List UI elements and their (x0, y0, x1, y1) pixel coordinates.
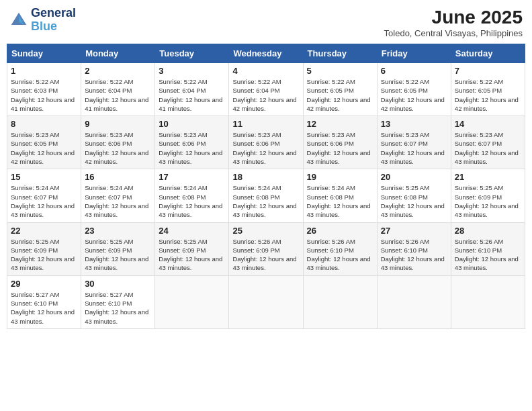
calendar-cell: 17 Sunrise: 5:24 AM Sunset: 6:08 PM Dayl… (155, 169, 229, 222)
day-info: Sunrise: 5:22 AM Sunset: 6:04 PM Dayligh… (159, 77, 225, 113)
calendar-week-row: 8 Sunrise: 5:23 AM Sunset: 6:05 PM Dayli… (7, 116, 525, 169)
day-info: Sunrise: 5:22 AM Sunset: 6:04 PM Dayligh… (85, 77, 151, 113)
day-info: Sunrise: 5:24 AM Sunset: 6:08 PM Dayligh… (159, 183, 225, 219)
day-number: 20 (381, 172, 447, 182)
day-info: Sunrise: 5:23 AM Sunset: 6:06 PM Dayligh… (85, 130, 151, 166)
calendar-cell (451, 275, 525, 328)
calendar-cell: 23 Sunrise: 5:25 AM Sunset: 6:09 PM Dayl… (81, 222, 155, 275)
day-info: Sunrise: 5:25 AM Sunset: 6:09 PM Dayligh… (11, 237, 77, 273)
day-info: Sunrise: 5:24 AM Sunset: 6:07 PM Dayligh… (11, 183, 77, 219)
day-number: 27 (381, 226, 447, 236)
day-number: 25 (232, 226, 299, 236)
month-title: June 2025 (384, 7, 523, 28)
calendar-cell: 13 Sunrise: 5:23 AM Sunset: 6:07 PM Dayl… (377, 116, 451, 169)
day-info: Sunrise: 5:22 AM Sunset: 6:04 PM Dayligh… (232, 77, 299, 113)
day-info: Sunrise: 5:27 AM Sunset: 6:10 PM Dayligh… (11, 290, 77, 326)
calendar-week-row: 15 Sunrise: 5:24 AM Sunset: 6:07 PM Dayl… (7, 169, 525, 222)
day-number: 2 (85, 66, 151, 76)
calendar-cell: 6 Sunrise: 5:22 AM Sunset: 6:05 PM Dayli… (377, 63, 451, 116)
calendar-cell: 30 Sunrise: 5:27 AM Sunset: 6:10 PM Dayl… (81, 275, 155, 328)
day-info: Sunrise: 5:25 AM Sunset: 6:08 PM Dayligh… (381, 183, 447, 219)
calendar-cell (377, 275, 451, 328)
col-thursday: Thursday (303, 44, 377, 63)
day-info: Sunrise: 5:27 AM Sunset: 6:10 PM Dayligh… (85, 290, 151, 326)
calendar-cell: 24 Sunrise: 5:25 AM Sunset: 6:09 PM Dayl… (155, 222, 229, 275)
calendar-cell: 29 Sunrise: 5:27 AM Sunset: 6:10 PM Dayl… (7, 275, 81, 328)
day-info: Sunrise: 5:23 AM Sunset: 6:06 PM Dayligh… (232, 130, 299, 166)
col-saturday: Saturday (451, 44, 525, 63)
day-number: 1 (11, 66, 77, 76)
page-header: General Blue June 2025 Toledo, Central V… (7, 7, 525, 38)
calendar-cell: 5 Sunrise: 5:22 AM Sunset: 6:05 PM Dayli… (303, 63, 377, 116)
day-number: 6 (381, 66, 447, 76)
day-info: Sunrise: 5:22 AM Sunset: 6:05 PM Dayligh… (381, 77, 447, 113)
day-number: 11 (232, 119, 299, 129)
day-number: 9 (85, 119, 151, 129)
day-number: 12 (307, 119, 373, 129)
day-info: Sunrise: 5:24 AM Sunset: 6:07 PM Dayligh… (85, 183, 151, 219)
calendar-cell (229, 275, 303, 328)
day-number: 13 (381, 119, 447, 129)
calendar-cell: 22 Sunrise: 5:25 AM Sunset: 6:09 PM Dayl… (7, 222, 81, 275)
calendar-cell (155, 275, 229, 328)
calendar-cell: 14 Sunrise: 5:23 AM Sunset: 6:07 PM Dayl… (451, 116, 525, 169)
calendar-cell: 1 Sunrise: 5:22 AM Sunset: 6:03 PM Dayli… (7, 63, 81, 116)
day-number: 5 (307, 66, 373, 76)
calendar-week-row: 29 Sunrise: 5:27 AM Sunset: 6:10 PM Dayl… (7, 275, 525, 328)
logo-text: General Blue (31, 7, 76, 34)
calendar-cell: 11 Sunrise: 5:23 AM Sunset: 6:06 PM Dayl… (229, 116, 303, 169)
calendar-cell: 20 Sunrise: 5:25 AM Sunset: 6:08 PM Dayl… (377, 169, 451, 222)
col-friday: Friday (377, 44, 451, 63)
logo: General Blue (9, 7, 76, 34)
day-number: 26 (307, 226, 373, 236)
calendar-table: Sunday Monday Tuesday Wednesday Thursday… (7, 44, 525, 329)
day-info: Sunrise: 5:23 AM Sunset: 6:07 PM Dayligh… (455, 130, 521, 166)
col-tuesday: Tuesday (155, 44, 229, 63)
logo-icon (9, 11, 28, 30)
calendar-cell: 9 Sunrise: 5:23 AM Sunset: 6:06 PM Dayli… (81, 116, 155, 169)
day-number: 8 (11, 119, 77, 129)
day-info: Sunrise: 5:24 AM Sunset: 6:08 PM Dayligh… (307, 183, 373, 219)
calendar-cell: 4 Sunrise: 5:22 AM Sunset: 6:04 PM Dayli… (229, 63, 303, 116)
day-info: Sunrise: 5:23 AM Sunset: 6:07 PM Dayligh… (381, 130, 447, 166)
day-info: Sunrise: 5:26 AM Sunset: 6:10 PM Dayligh… (307, 237, 373, 273)
day-number: 24 (159, 226, 225, 236)
day-info: Sunrise: 5:25 AM Sunset: 6:09 PM Dayligh… (159, 237, 225, 273)
calendar-cell: 15 Sunrise: 5:24 AM Sunset: 6:07 PM Dayl… (7, 169, 81, 222)
title-section: June 2025 Toledo, Central Visayas, Phili… (384, 7, 523, 38)
calendar-cell: 16 Sunrise: 5:24 AM Sunset: 6:07 PM Dayl… (81, 169, 155, 222)
day-number: 17 (159, 172, 225, 182)
day-number: 3 (159, 66, 225, 76)
col-sunday: Sunday (7, 44, 81, 63)
day-info: Sunrise: 5:25 AM Sunset: 6:09 PM Dayligh… (455, 183, 521, 219)
calendar-cell: 28 Sunrise: 5:26 AM Sunset: 6:10 PM Dayl… (451, 222, 525, 275)
day-number: 4 (232, 66, 299, 76)
calendar-header-row: Sunday Monday Tuesday Wednesday Thursday… (7, 44, 525, 63)
calendar-cell: 12 Sunrise: 5:23 AM Sunset: 6:06 PM Dayl… (303, 116, 377, 169)
calendar-cell: 3 Sunrise: 5:22 AM Sunset: 6:04 PM Dayli… (155, 63, 229, 116)
calendar-week-row: 1 Sunrise: 5:22 AM Sunset: 6:03 PM Dayli… (7, 63, 525, 116)
day-number: 14 (455, 119, 521, 129)
day-number: 7 (455, 66, 521, 76)
day-number: 15 (11, 172, 77, 182)
day-info: Sunrise: 5:22 AM Sunset: 6:05 PM Dayligh… (455, 77, 521, 113)
calendar-cell: 10 Sunrise: 5:23 AM Sunset: 6:06 PM Dayl… (155, 116, 229, 169)
day-info: Sunrise: 5:23 AM Sunset: 6:06 PM Dayligh… (159, 130, 225, 166)
day-info: Sunrise: 5:26 AM Sunset: 6:10 PM Dayligh… (381, 237, 447, 273)
calendar-week-row: 22 Sunrise: 5:25 AM Sunset: 6:09 PM Dayl… (7, 222, 525, 275)
day-number: 29 (11, 279, 77, 289)
col-monday: Monday (81, 44, 155, 63)
calendar-cell: 25 Sunrise: 5:26 AM Sunset: 6:09 PM Dayl… (229, 222, 303, 275)
day-info: Sunrise: 5:26 AM Sunset: 6:09 PM Dayligh… (232, 237, 299, 273)
calendar-cell (303, 275, 377, 328)
day-info: Sunrise: 5:26 AM Sunset: 6:10 PM Dayligh… (455, 237, 521, 273)
day-info: Sunrise: 5:22 AM Sunset: 6:03 PM Dayligh… (11, 77, 77, 113)
day-info: Sunrise: 5:25 AM Sunset: 6:09 PM Dayligh… (85, 237, 151, 273)
calendar-cell: 19 Sunrise: 5:24 AM Sunset: 6:08 PM Dayl… (303, 169, 377, 222)
logo-line2: Blue (31, 19, 57, 33)
day-info: Sunrise: 5:23 AM Sunset: 6:06 PM Dayligh… (307, 130, 373, 166)
day-info: Sunrise: 5:24 AM Sunset: 6:08 PM Dayligh… (232, 183, 299, 219)
day-number: 21 (455, 172, 521, 182)
calendar-cell: 18 Sunrise: 5:24 AM Sunset: 6:08 PM Dayl… (229, 169, 303, 222)
calendar-cell: 2 Sunrise: 5:22 AM Sunset: 6:04 PM Dayli… (81, 63, 155, 116)
